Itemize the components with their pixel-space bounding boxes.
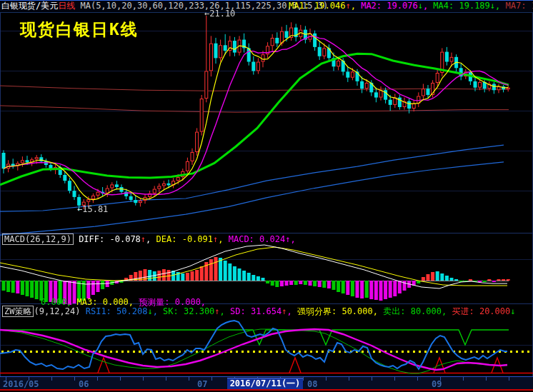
header-text-segment: ↓ (418, 1, 423, 11)
symbol-and-period[interactable]: 白银现货/美元日线 MA(5,10,20,30,60,120,233,26,1,… (1, 1, 328, 11)
header-text-segment: DIFF: -0.078 (74, 234, 141, 244)
axis-month-label: 06 (79, 379, 89, 389)
header-text-segment: MA3: 0.000, (71, 297, 134, 307)
axis-month-label: 07 (197, 379, 207, 389)
header-text-segment: , (146, 234, 156, 244)
axis-month-label: 2016/05 (3, 379, 39, 389)
header-text-segment: MA7: 19.090 (506, 1, 533, 11)
header-text-segment: MA2: 19.076 (361, 1, 417, 11)
header-text-segment: 白银现货/美元 (1, 1, 58, 11)
header-text-segment: , (153, 306, 163, 316)
zw-indicator-header[interactable]: ZW策略(9,12,24) RSI1: 50.208↓, SK: 32.300↑… (2, 307, 516, 316)
header-text-segment: ↓ (490, 1, 495, 11)
header-text-segment: RSI1: 50.208 (86, 306, 148, 316)
header-text-segment: , (220, 306, 230, 316)
header-text-segment: SD: 31.654 (230, 306, 282, 316)
charting-app-window: 白银现货/美元日线 MA(5,10,20,30,60,120,233,26,1,… (0, 0, 533, 392)
header-text-segment: , (495, 1, 505, 11)
header-text-segment: ↑ (282, 306, 287, 316)
header-text-segment: , (351, 1, 361, 11)
indicator-name-label[interactable]: ZW策略 (2, 306, 34, 317)
chart-title: 现货白银日K线 (20, 19, 139, 41)
axis-month-label: 08 (307, 379, 317, 389)
macd-indicator-header[interactable]: MACD(26,12,9) DIFF: -0.078↑, DEA: -0.091… (2, 235, 296, 244)
header-text-segment: MACD: 0.024 (229, 234, 285, 244)
header-text-segment: , (373, 306, 383, 316)
header-text-segment: ↑ (141, 234, 146, 244)
header-text-segment: , (287, 306, 297, 316)
header-text-segment: MA4: 19.189 (433, 1, 489, 11)
ma-values-readout: MA1: 19.046↑, MA2: 19.076↓, MA4: 19.189↓… (289, 1, 533, 11)
header-text-segment: , (423, 1, 433, 11)
header-text-segment: ↑ (214, 306, 219, 316)
indicator-name-label[interactable]: MACD(26,12,9) (2, 233, 74, 245)
header-text-segment: 买进: 20.000 (452, 306, 510, 316)
header-text-segment: 强弱分界: 50.000 (297, 306, 373, 316)
header-text-segment: 卖出: 80.000 (383, 306, 442, 316)
header-text-segment: MA1: 19.046 (289, 1, 345, 11)
header-text-segment: SK: 32.300 (163, 306, 214, 316)
header-text-segment: 预测量: 0.000, (134, 297, 206, 307)
header-text-segment: DEA: -0.091 (156, 234, 213, 244)
header-text-segment: , (218, 234, 228, 244)
header-text-segment: ↓ (147, 306, 152, 316)
axis-month-label: 09 (432, 379, 442, 389)
top-info-bar: 白银现货/美元日线 MA(5,10,20,30,60,120,233,26,1,… (0, 0, 533, 13)
header-text-segment: 日线 (58, 1, 75, 11)
header-text-segment: ↑ (345, 1, 350, 11)
low-price-annotation: ←15.81 (77, 204, 108, 214)
header-text-segment: 0.000, (41, 297, 71, 307)
header-text-segment: , (290, 234, 295, 244)
header-text-segment: (9,12,24) (34, 306, 85, 316)
kline-chart-canvas[interactable] (0, 0, 533, 392)
header-text-segment: ↓ (510, 306, 515, 316)
header-text-segment: , (442, 306, 452, 316)
selected-date-box[interactable]: 2016/07/11(一) (227, 378, 303, 389)
high-price-annotation: ←21.10 (204, 9, 235, 19)
